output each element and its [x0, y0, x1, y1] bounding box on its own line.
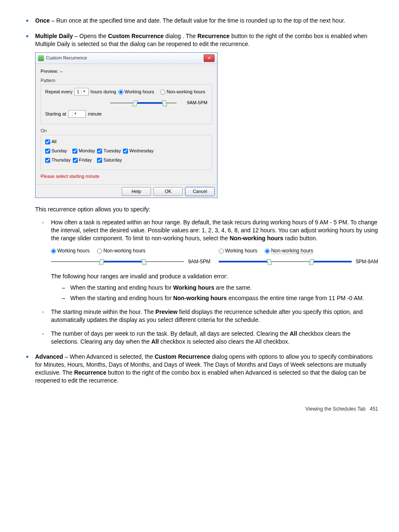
circ-days-per-week: The number of days per week to run the t… [35, 330, 378, 346]
saturday-checkbox[interactable]: Saturday [97, 157, 122, 163]
term-advanced: Advanced [35, 353, 63, 360]
preview-row: Preview: -- [41, 68, 212, 75]
repeat-every-combo[interactable]: 1 ▼ [74, 88, 88, 95]
ex-left-nonworking-radio[interactable]: Non-working hours [97, 247, 146, 254]
page-number: 451 [370, 406, 378, 412]
circ-how-often: How often a task is repeated within an h… [35, 218, 378, 302]
working-hours-radio[interactable]: Working hours [118, 89, 154, 95]
friday-checkbox[interactable]: Friday [73, 157, 92, 163]
specify-paragraph: This recurrence option allows you to spe… [35, 206, 378, 213]
pattern-label: Pattern [41, 77, 212, 84]
sunday-checkbox[interactable]: Sunday [45, 148, 67, 154]
invalid-intro: The following hour ranges are invalid an… [51, 272, 378, 280]
page-footer: Viewing the Schedules Tab 451 [21, 406, 378, 412]
dash-nonworking-entire: When the starting and ending hours for N… [51, 294, 378, 302]
help-button[interactable]: Help [122, 187, 151, 196]
ex-left-slider[interactable] [51, 261, 184, 262]
ex-right-nonworking-radio[interactable]: Non-working hours [265, 247, 313, 254]
ok-button[interactable]: OK [153, 187, 183, 196]
ex-left-working-radio[interactable]: Working hours [51, 247, 90, 254]
chevron-down-icon: ▼ [81, 90, 87, 94]
validation-error: Please select starting minute [41, 173, 212, 180]
all-checkbox[interactable]: All [45, 139, 56, 145]
text-once: – Run once at the specified time and dat… [50, 17, 345, 24]
term-once: Once [35, 17, 50, 24]
radio-examples: Working hours Non-working hours 9AM-5PM [51, 247, 378, 265]
range-label: 9AM-5PM [187, 100, 207, 106]
nonworking-hours-radio[interactable]: Non-working hours [160, 89, 205, 95]
ex-right-slider[interactable] [219, 261, 352, 262]
monday-checkbox[interactable]: Monday [72, 148, 95, 154]
custom-recurrence-dialog: Custom Recurrence ✕ Preview: -- Pattern … [35, 52, 217, 198]
starting-at-label: Starting at [45, 111, 66, 117]
term-multiple: Multiple Daily [35, 33, 73, 39]
pattern-fieldset: Repeat every 1 ▼ hours during Working ho… [41, 84, 212, 124]
on-label: On [41, 128, 212, 134]
chevron-down-icon: ▼ [72, 112, 78, 116]
dialog-title: Custom Recurrence [46, 55, 87, 61]
thursday-checkbox[interactable]: Thursday [45, 157, 71, 163]
dialog-titlebar: Custom Recurrence ✕ [36, 53, 217, 64]
close-icon[interactable]: ✕ [204, 54, 215, 62]
cancel-button[interactable]: Cancel [185, 187, 215, 196]
on-fieldset: All Sunday Monday Tuesday Wednesday Thur… [41, 135, 212, 170]
hours-range-slider[interactable] [110, 103, 176, 103]
hours-during-label: hours during [91, 89, 116, 95]
app-icon [38, 55, 44, 61]
ex-left-range-label: 9AM-5PM [188, 258, 210, 265]
footer-text: Viewing the Schedules Tab [305, 406, 366, 412]
dash-working-same: When the starting and ending hours for W… [51, 284, 378, 292]
starting-minute-combo[interactable]: ▼ [68, 110, 86, 118]
tuesday-checkbox[interactable]: Tuesday [97, 148, 121, 154]
circ-starting-minute: The starting minute within the hour. The… [35, 308, 378, 324]
minute-label: minute [88, 111, 102, 117]
ex-right-working-radio[interactable]: Working hours [219, 247, 257, 254]
wednesday-checkbox[interactable]: Wednesday [123, 148, 153, 154]
bullet-once: Once – Run once at the specified time an… [21, 17, 378, 25]
bullet-advanced: Advanced – When Advanced is selected, th… [21, 353, 378, 385]
bullet-multiple-daily: Multiple Daily – Opens the Custom Recurr… [21, 32, 378, 346]
repeat-every-label: Repeat every [45, 89, 72, 95]
ex-right-range-label: 5PM-9AM [356, 258, 378, 265]
